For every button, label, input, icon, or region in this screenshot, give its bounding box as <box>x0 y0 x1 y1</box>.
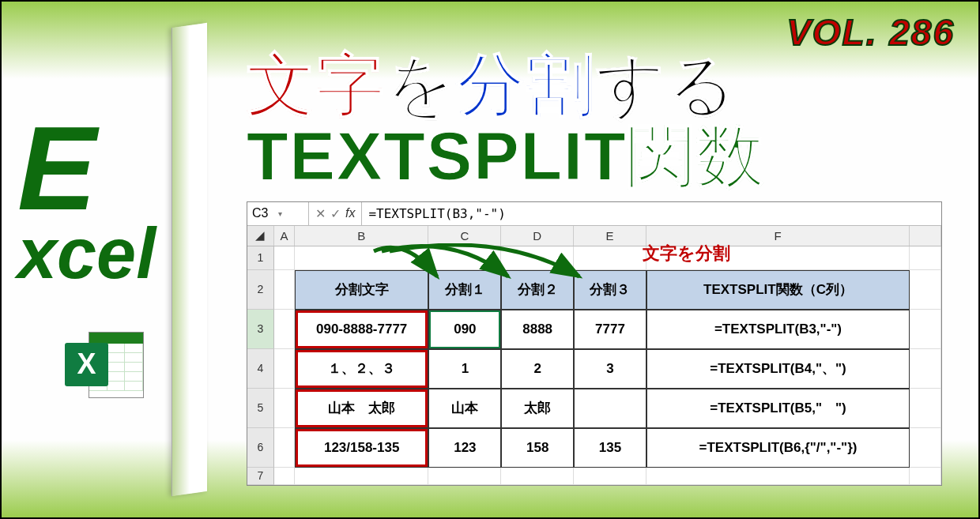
row-header-4[interactable]: 4 <box>247 349 274 389</box>
row-header-7[interactable]: 7 <box>247 468 274 485</box>
door-fold-graphic <box>172 23 207 496</box>
row-7: 7 <box>247 468 941 485</box>
cell-b3[interactable]: 090-8888-7777 <box>295 310 429 349</box>
col-header-a[interactable]: A <box>274 226 295 246</box>
cell-f6[interactable]: =TEXTSPLIT(B6,{"/","-"}) <box>646 428 910 468</box>
cell-b5[interactable]: 山本 太郎 <box>295 389 429 428</box>
col-header-c[interactable]: C <box>428 226 501 246</box>
header-source[interactable]: 分割文字 <box>295 270 429 310</box>
headline-part-bunkatsu: 分割 <box>457 47 596 122</box>
select-all-corner[interactable]: ◢ <box>247 226 274 246</box>
row-header-5[interactable]: 5 <box>247 389 274 428</box>
header-split3[interactable]: 分割３ <box>574 270 646 310</box>
cell-f4[interactable]: =TEXTSPLIT(B4,"、") <box>646 349 910 389</box>
cell-e7[interactable] <box>574 468 646 485</box>
name-box-value: C3 <box>252 206 278 220</box>
cancel-icon[interactable]: ✕ <box>315 206 326 221</box>
row-5: 5 山本 太郎 山本 太郎 =TEXTSPLIT(B5," ") <box>247 389 941 428</box>
cell-e4[interactable]: 3 <box>574 349 646 389</box>
cell-e3[interactable]: 7777 <box>574 310 646 349</box>
cell-d1[interactable] <box>501 246 574 270</box>
cell-a4[interactable] <box>274 349 295 389</box>
cell-e1[interactable] <box>574 246 646 270</box>
cell-g2[interactable] <box>910 270 941 310</box>
cell-g5[interactable] <box>910 389 941 428</box>
cell-f5[interactable]: =TEXTSPLIT(B5," ") <box>646 389 910 428</box>
headline-part-moji: 文字 <box>247 47 386 122</box>
row-header-1[interactable]: 1 <box>247 246 274 270</box>
cell-e5[interactable] <box>574 389 646 428</box>
col-header-g[interactable] <box>910 226 941 246</box>
row-1: 1 <box>247 246 941 270</box>
annotation-split-text: 文字を分割 <box>643 242 730 265</box>
cell-c6[interactable]: 123 <box>428 428 501 468</box>
fx-icon[interactable]: fx <box>345 206 355 220</box>
name-box[interactable]: C3 ▾ <box>247 202 309 225</box>
excel-wordmark: Excel <box>17 115 191 286</box>
cell-g3[interactable] <box>910 310 941 349</box>
excel-letter-e: E <box>17 115 96 222</box>
col-header-d[interactable]: D <box>501 226 574 246</box>
cell-c1[interactable] <box>428 246 501 270</box>
header-split1[interactable]: 分割１ <box>428 270 501 310</box>
formula-input[interactable]: =TEXTSPLIT(B3,"-") <box>362 206 511 221</box>
cell-e6[interactable]: 135 <box>574 428 646 468</box>
cell-f3[interactable]: =TEXTSPLIT(B3,"-") <box>646 310 910 349</box>
cell-a6[interactable] <box>274 428 295 468</box>
right-panel: VOL. 286 文字を分割する TEXTSPLIT関数 C3 ▾ ✕ ✓ fx… <box>207 2 978 517</box>
cell-g6[interactable] <box>910 428 941 468</box>
cell-a2[interactable] <box>274 270 295 310</box>
cell-g7[interactable] <box>910 468 941 485</box>
cell-b4[interactable]: １、２、３ <box>295 349 429 389</box>
cell-d7[interactable] <box>501 468 574 485</box>
headline-function-name: TEXTSPLIT関数 <box>247 120 955 191</box>
cell-a5[interactable] <box>274 389 295 428</box>
cell-c4[interactable]: 1 <box>428 349 501 389</box>
row-header-6[interactable]: 6 <box>247 428 274 468</box>
cell-b7[interactable] <box>295 468 429 485</box>
left-panel: Excel X <box>2 2 207 517</box>
formula-bar: C3 ▾ ✕ ✓ fx =TEXTSPLIT(B3,"-") <box>247 202 941 226</box>
grid: 1 2 分割文字 分割１ 分割２ 分割３ TEXTSPLIT関数（ <box>247 246 941 485</box>
cell-d3[interactable]: 8888 <box>501 310 574 349</box>
cell-d6[interactable]: 158 <box>501 428 574 468</box>
headline-part-wo: を <box>386 47 457 122</box>
col-header-e[interactable]: E <box>574 226 646 246</box>
volume-label: VOL. 286 <box>786 11 955 54</box>
cell-a7[interactable] <box>274 468 295 485</box>
cell-g1[interactable] <box>910 246 941 270</box>
column-headers: ◢ A B C D E F <box>247 226 941 246</box>
chevron-down-icon[interactable]: ▾ <box>278 209 304 218</box>
excel-icon-badge: X <box>65 343 108 386</box>
confirm-icon[interactable]: ✓ <box>330 206 341 221</box>
header-formula[interactable]: TEXTSPLIT関数（C列） <box>646 270 910 310</box>
cell-c7[interactable] <box>428 468 501 485</box>
slide-frame: Excel X VOL. 286 文字を分割する TEXTSPLIT関数 <box>0 0 980 519</box>
cell-a1[interactable] <box>274 246 295 270</box>
header-split2[interactable]: 分割２ <box>501 270 574 310</box>
row-header-2[interactable]: 2 <box>247 270 274 310</box>
cell-d5[interactable]: 太郎 <box>501 389 574 428</box>
cell-b1[interactable] <box>295 246 429 270</box>
excel-letters-rest: xcel <box>17 214 156 293</box>
cell-g4[interactable] <box>910 349 941 389</box>
row-2: 2 分割文字 分割１ 分割２ 分割３ TEXTSPLIT関数（C列） <box>247 270 941 310</box>
cell-b6[interactable]: 123/158-135 <box>295 428 429 468</box>
row-header-3[interactable]: 3 <box>247 310 274 349</box>
row-3: 3 090-8888-7777 090 8888 7777 =TEXTSPLIT… <box>247 310 941 349</box>
cell-c3-selected[interactable]: 090 <box>428 310 501 349</box>
cell-c5[interactable]: 山本 <box>428 389 501 428</box>
excel-app-icon: X <box>65 325 144 404</box>
cell-a3[interactable] <box>274 310 295 349</box>
row-4: 4 １、２、３ 1 2 3 =TEXTSPLIT(B4,"、") <box>247 349 941 389</box>
headline-part-suru: する <box>596 47 738 122</box>
cell-f7[interactable] <box>646 468 910 485</box>
col-header-b[interactable]: B <box>295 226 429 246</box>
row-6: 6 123/158-135 123 158 135 =TEXTSPLIT(B6,… <box>247 428 941 468</box>
cell-d4[interactable]: 2 <box>501 349 574 389</box>
spreadsheet-screenshot: C3 ▾ ✕ ✓ fx =TEXTSPLIT(B3,"-") ◢ A B C D… <box>247 201 942 486</box>
headline: 文字を分割する TEXTSPLIT関数 <box>247 49 955 192</box>
